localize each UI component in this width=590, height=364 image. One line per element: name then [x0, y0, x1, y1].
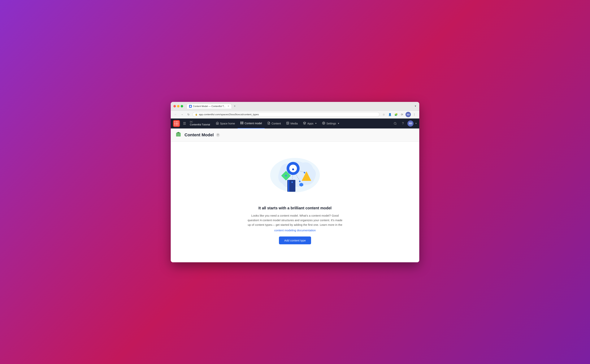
address-bar: ← → ↻ 🔒 app.contentful.com/spaces/2lssu5… — [171, 111, 419, 118]
tab-title: Content Model — Contentful T... — [193, 105, 226, 108]
nav-right: ? SD ▼ — [392, 120, 417, 127]
page-help-icon[interactable]: ? — [216, 133, 220, 137]
back-button[interactable]: ← — [173, 112, 178, 117]
sync-button[interactable]: ⟳ — [399, 112, 405, 117]
nav-label-space-home: Space home — [220, 122, 235, 125]
documentation-link[interactable]: content modeling documentation — [274, 229, 316, 232]
apps-icon — [303, 122, 306, 125]
svg-point-7 — [287, 122, 288, 123]
url-bar[interactable]: 🔒 app.contentful.com/spaces/2lssu5loxcst… — [193, 112, 380, 117]
nav-item-space-home[interactable]: Space home — [213, 118, 238, 129]
page-header: Content Model ? — [171, 129, 419, 142]
tab-close-button[interactable]: ✕ — [227, 105, 229, 107]
browser-user-avatar[interactable]: SD — [406, 112, 411, 117]
logo-dots — [174, 121, 179, 126]
user-avatar[interactable]: SD — [408, 120, 414, 127]
app-logo: ☰ DC Contentful Tutorial — [173, 120, 210, 127]
nav-item-content[interactable]: Content — [265, 118, 284, 129]
lock-icon: 🔒 — [195, 113, 198, 116]
svg-point-29 — [291, 182, 293, 183]
page-content: Content Model ? — [171, 129, 419, 262]
svg-rect-24 — [288, 180, 289, 192]
svg-point-9 — [394, 122, 396, 124]
logo-dot — [174, 123, 175, 124]
content-model-icon — [240, 121, 243, 125]
nav-label-content-model: Content model — [245, 122, 262, 125]
logo-dot — [176, 121, 177, 122]
svg-point-30 — [299, 181, 301, 182]
traffic-lights — [173, 105, 183, 107]
address-bar-actions: ☆ 👤 🧩 ⟳ SD ⋮ — [381, 112, 417, 117]
add-content-type-button[interactable]: Add content type — [279, 236, 311, 244]
nav-label-apps: Apps — [307, 122, 313, 125]
svg-rect-3 — [242, 123, 243, 124]
minimize-window-button[interactable] — [177, 105, 180, 107]
tab-bar: Content Model — Contentful T... ✕ + — [187, 104, 412, 109]
logo-text: DC Contentful Tutorial — [190, 121, 210, 126]
svg-point-8 — [323, 123, 324, 124]
tab-favicon — [189, 105, 192, 108]
more-button[interactable]: ⋮ — [412, 112, 417, 117]
main-content: It all starts with a brilliant content m… — [171, 142, 419, 260]
svg-point-28 — [285, 175, 287, 176]
title-bar: Content Model — Contentful T... ✕ + ▼ — [171, 102, 419, 111]
close-window-button[interactable] — [173, 105, 176, 107]
nav-label-media: Media — [290, 122, 298, 125]
svg-rect-1 — [242, 122, 243, 123]
illustration-svg — [264, 153, 326, 199]
svg-rect-0 — [240, 122, 241, 123]
logo-title: Contentful Tutorial — [190, 123, 210, 126]
media-icon — [286, 122, 289, 125]
profile-button[interactable]: 👤 — [387, 112, 393, 117]
search-button[interactable] — [392, 120, 398, 127]
home-icon — [216, 122, 219, 125]
svg-point-27 — [292, 169, 294, 170]
os-window: Content Model — Contentful T... ✕ + ▼ ← … — [171, 102, 419, 262]
content-icon — [267, 122, 270, 125]
logo-dot — [174, 124, 175, 125]
apps-dropdown-icon: ▼ — [315, 122, 317, 124]
nav-label-settings: Settings — [326, 122, 336, 125]
page-header-icon — [175, 131, 182, 138]
reload-button[interactable]: ↻ — [186, 112, 191, 117]
new-tab-button[interactable]: + — [233, 104, 237, 108]
empty-state-description: Looks like you need a content model. Wha… — [247, 213, 343, 227]
user-dropdown-icon: ▼ — [415, 122, 417, 124]
logo-dot — [177, 121, 178, 122]
empty-state-title: It all starts with a brilliant content m… — [259, 206, 331, 210]
forward-button[interactable]: → — [180, 112, 184, 117]
logo-dot — [174, 121, 175, 122]
svg-rect-2 — [240, 123, 241, 124]
logo-dot — [177, 124, 178, 125]
extensions-button[interactable]: 🧩 — [393, 112, 399, 117]
logo-dc: DC — [190, 121, 210, 123]
hamburger-button[interactable]: ☰ — [182, 121, 188, 126]
settings-icon — [322, 122, 325, 125]
svg-line-10 — [396, 124, 396, 125]
maximize-window-button[interactable] — [181, 105, 183, 107]
logo-dot — [176, 124, 177, 125]
window-controls: ▼ — [414, 105, 417, 107]
page-title: Content Model — [184, 132, 214, 137]
nav-item-settings[interactable]: Settings ▼ — [319, 118, 342, 129]
app-nav: ☰ DC Contentful Tutorial Space home — [171, 118, 419, 129]
help-button[interactable]: ? — [400, 120, 406, 127]
settings-dropdown-icon: ▼ — [338, 122, 340, 124]
empty-state-illustration — [264, 153, 326, 199]
nav-item-media[interactable]: Media — [284, 118, 300, 129]
bookmark-button[interactable]: ☆ — [381, 112, 386, 117]
logo-icon — [173, 120, 180, 127]
logo-dot — [176, 123, 177, 124]
nav-item-apps[interactable]: Apps ▼ — [300, 118, 319, 129]
nav-label-content: Content — [272, 122, 281, 125]
browser-tab[interactable]: Content Model — Contentful T... ✕ — [187, 104, 232, 109]
empty-state-desc-text: Looks like you need a content model. Wha… — [248, 214, 342, 226]
url-text: app.contentful.com/spaces/2lssu5loxcst/c… — [199, 113, 259, 116]
svg-point-31 — [304, 172, 305, 173]
nav-item-content-model[interactable]: Content model — [238, 118, 265, 129]
logo-dot — [177, 123, 178, 124]
